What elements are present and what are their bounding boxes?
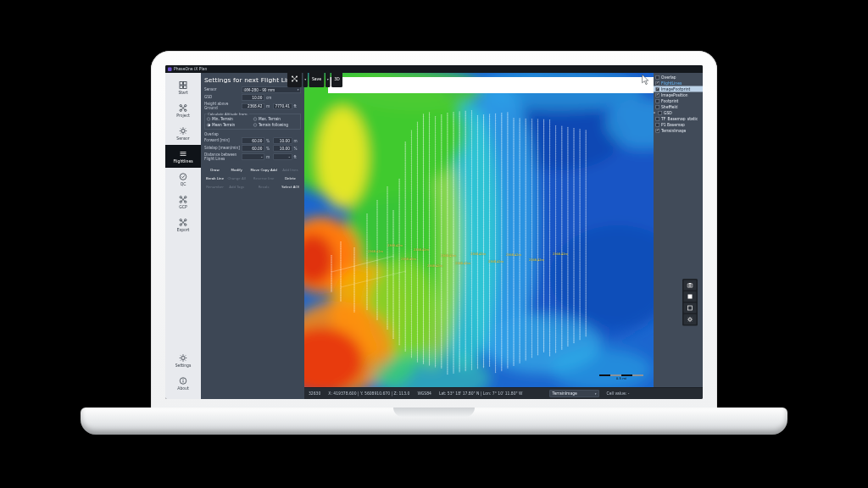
- drone-position-menu-button[interactable]: ▾: [303, 70, 309, 87]
- sidelap-m-input[interactable]: 10.00: [274, 145, 292, 151]
- calculate-altitude-group: Calculate Altitude from: Min. TerrainMax…: [204, 112, 301, 129]
- radio-terrain-following[interactable]: Terrain following: [253, 123, 298, 127]
- sidebar-item-sensor[interactable]: Sensor: [165, 122, 201, 145]
- layer-row-gsd[interactable]: ▸GSD: [654, 110, 703, 116]
- check-circle-icon: [179, 172, 187, 180]
- flight-line-label: 2368.42m: [414, 248, 429, 252]
- map-settings-button[interactable]: [684, 314, 697, 324]
- distance-label: Distance between Flight Lines: [204, 152, 240, 161]
- radio-dot-icon: [207, 123, 210, 126]
- layer-row-overlap[interactable]: Overlap: [654, 75, 703, 80]
- basemap-button[interactable]: [684, 291, 697, 302]
- save-menu-button[interactable]: ▾: [326, 70, 331, 87]
- chevron-down-icon: ▾: [595, 391, 597, 395]
- save-button[interactable]: Save: [309, 70, 325, 87]
- layer-label: Overlap: [661, 75, 676, 80]
- layer-row-terrainimage[interactable]: ✓TerrainImage: [654, 128, 703, 134]
- camera-button[interactable]: [684, 280, 697, 291]
- layer-checkbox[interactable]: ✓: [656, 87, 660, 92]
- layer-row-imageposition[interactable]: ✓ImagePosition: [654, 92, 703, 98]
- flight-line-label: 2368.42m: [441, 254, 456, 258]
- layer-checkbox[interactable]: [656, 75, 660, 80]
- radio-max-terrain[interactable]: Max. Terrain: [253, 117, 298, 121]
- layer-row-flightlines[interactable]: ✓FlightLines: [654, 80, 703, 86]
- drone-icon: [292, 75, 298, 82]
- hag-m-input[interactable]: 2368.42: [242, 103, 264, 109]
- layer-checkbox[interactable]: [659, 111, 663, 115]
- sidebar-item-project[interactable]: Project: [165, 99, 201, 122]
- forward-m-input[interactable]: 10.00: [274, 137, 292, 143]
- flight-line-label: 2368.42m: [368, 250, 383, 253]
- layer-label: P1 Basemap: [661, 123, 685, 127]
- layer-checkbox[interactable]: ✓: [656, 93, 660, 97]
- sidebar-item-gcp[interactable]: GCP: [165, 191, 201, 214]
- hag-label: Height above Ground: [204, 103, 240, 111]
- draw-button[interactable]: Draw: [204, 168, 225, 172]
- sidebar-item-about[interactable]: About: [165, 372, 201, 395]
- sidebar-item-label: QC: [181, 182, 186, 186]
- layer-checkbox[interactable]: ✓: [656, 129, 660, 133]
- gsd-input[interactable]: 10.00: [242, 95, 264, 101]
- layer-row-tf-basemap-static[interactable]: TF_Basemap_static: [654, 116, 703, 122]
- extent-button[interactable]: [684, 303, 697, 313]
- select-aoi-button[interactable]: Select AOI: [280, 185, 301, 189]
- sensor-dropdown[interactable]: iXM-280 - 90 mm ▾: [242, 87, 301, 93]
- layer-label: GSD: [664, 111, 672, 115]
- layer-checkbox[interactable]: [656, 105, 660, 109]
- layer-row-footprint[interactable]: Footprint: [654, 98, 703, 104]
- scale-label: 0.5 mi: [599, 377, 643, 381]
- layer-checkbox[interactable]: [656, 117, 660, 121]
- distance-ft-input[interactable]: -: [274, 154, 292, 160]
- map-scalebar: 0.5 mi: [599, 374, 643, 380]
- layer-row-p1-basemap[interactable]: P1 Basemap: [654, 122, 703, 128]
- panel-title: Settings for next Flight Line: [204, 76, 301, 84]
- layer-label: Sheffield: [661, 105, 678, 109]
- sidelap-pct-input[interactable]: 60.00: [242, 145, 264, 151]
- sidebar-item-label: GCP: [179, 205, 186, 209]
- basemap-dropdown[interactable]: TerrainImage ▾: [550, 390, 599, 396]
- forward-pct-input[interactable]: 60.00: [242, 137, 264, 143]
- distance-ft-unit: ft: [294, 155, 300, 159]
- map-canvas[interactable]: 2368.42m2368.42m2368.42m2368.42m2368.42m…: [304, 73, 654, 387]
- sidebar-item-export[interactable]: Export: [165, 214, 201, 236]
- layer-row-sheffield[interactable]: Sheffield: [654, 104, 703, 110]
- distance-m-input[interactable]: -: [242, 154, 264, 160]
- forward-m-unit: m: [294, 138, 300, 142]
- gsd-label: GSD: [204, 96, 240, 100]
- sidebar-item-settings[interactable]: Settings: [165, 349, 201, 372]
- modify-button[interactable]: Modify: [225, 168, 248, 172]
- sidebar-item-qc[interactable]: QC: [165, 168, 201, 191]
- sidelap-label: Sidelap [mean/min]: [204, 146, 240, 150]
- layer-checkbox[interactable]: ✓: [656, 81, 660, 86]
- add-lines-button: Add lines: [280, 168, 301, 172]
- laptop-screen-bezel: PhaseOne iX Plan StartProjectSensorFligh…: [151, 51, 717, 408]
- gear-icon: [179, 353, 187, 362]
- laptop-base: [81, 408, 787, 435]
- layer-row-imagefootprint[interactable]: ✓ImageFootprint: [654, 86, 703, 92]
- sidebar-item-label: Start: [179, 91, 188, 95]
- move-copy-add-button[interactable]: Move Copy Add: [248, 168, 280, 172]
- gsd-unit: cm: [266, 96, 272, 100]
- sidebar-item-flightlines[interactable]: Flightlines: [165, 145, 201, 168]
- calculate-altitude-label: Calculate Altitude from:: [207, 112, 249, 116]
- grid-icon: [179, 80, 187, 89]
- app-logo-icon: [168, 67, 172, 71]
- sidebar-item-label: Project: [176, 114, 189, 118]
- view-3d-button[interactable]: 3D: [331, 70, 342, 87]
- gsd-row: GSD 10.00 cm: [204, 95, 301, 101]
- sidelap-m-unit: %: [294, 146, 300, 150]
- delete-button[interactable]: Delete: [280, 176, 301, 180]
- layers-panel: Overlap✓FlightLines✓ImageFootprint✓Image…: [654, 73, 703, 387]
- break-line-button[interactable]: Break Line: [204, 176, 225, 180]
- info-icon: [179, 376, 187, 385]
- laptop-notch: [393, 408, 475, 417]
- layer-checkbox[interactable]: [656, 123, 660, 127]
- expander-icon[interactable]: ▸: [654, 111, 657, 114]
- flight-line-label: 2368.42m: [488, 260, 504, 263]
- radio-min-terrain[interactable]: Min. Terrain: [207, 117, 252, 121]
- drone-position-button[interactable]: [287, 70, 302, 87]
- hag-ft-input[interactable]: 7770.41: [274, 103, 292, 109]
- layer-checkbox[interactable]: [656, 99, 660, 103]
- radio-mean-terrain[interactable]: Mean Terrain: [207, 123, 252, 127]
- sidebar-item-start[interactable]: Start: [165, 76, 201, 99]
